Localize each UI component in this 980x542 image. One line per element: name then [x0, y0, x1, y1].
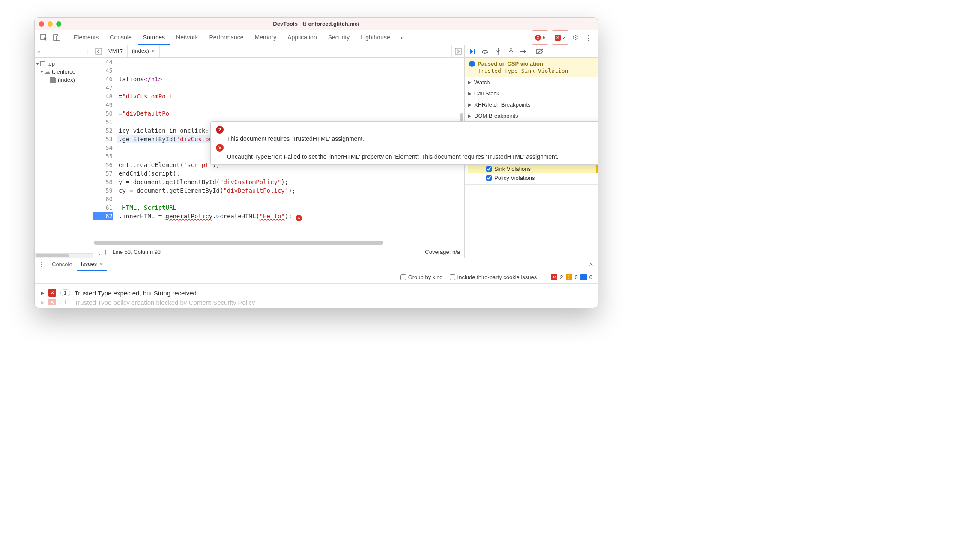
- coverage-status: Coverage: n/a: [425, 249, 460, 255]
- kebab-menu-icon[interactable]: ⋮: [582, 30, 594, 45]
- tab-security[interactable]: Security: [323, 30, 355, 45]
- chevron-right-icon: ▶: [41, 290, 44, 296]
- step-into-button[interactable]: [492, 45, 504, 57]
- more-tabs-icon[interactable]: »: [396, 30, 408, 45]
- disclosure-triangle-icon: [36, 63, 39, 65]
- file-tree: top tt-enforce (index): [35, 58, 93, 253]
- tab-lighthouse[interactable]: Lighthouse: [356, 30, 395, 45]
- error-count-badge: 2: [216, 126, 224, 134]
- issues-toolbar: Group by kind Include third-party cookie…: [35, 271, 598, 284]
- issue-row[interactable]: ▶ ✕ 1 Trusted Type policy creation block…: [35, 299, 598, 305]
- close-tab-icon[interactable]: ×: [99, 261, 103, 267]
- error-x-icon: ✕: [216, 144, 224, 152]
- tab-elements[interactable]: Elements: [69, 30, 104, 45]
- cursor-position: Line 53, Column 93: [112, 249, 161, 255]
- drawer-panel: ⋮ Console Issues× × Group by kind Includ…: [35, 258, 598, 308]
- drawer-tab-console[interactable]: Console: [48, 258, 77, 271]
- pause-reason: iPaused on CSP violation Trusted Type Si…: [465, 58, 598, 77]
- frame-icon: [40, 61, 45, 66]
- svg-point-7: [497, 53, 499, 55]
- group-by-kind-checkbox[interactable]: Group by kind: [400, 274, 443, 280]
- tab-application[interactable]: Application: [282, 30, 322, 45]
- file-tabs: VM17 (index)×: [93, 45, 464, 58]
- file-tab-vm17[interactable]: VM17: [104, 45, 128, 57]
- editor-statusbar: { } Line 53, Column 93 Coverage: n/a: [93, 246, 464, 258]
- step-over-button[interactable]: [479, 45, 491, 57]
- chevron-right-icon: ▶: [41, 300, 44, 305]
- panel-xhr-breakpoints[interactable]: ▶XHR/fetch Breakpoints: [465, 99, 598, 110]
- step-out-button[interactable]: [505, 45, 517, 57]
- svg-point-8: [510, 48, 512, 50]
- issue-count-badge: 1: [60, 289, 70, 296]
- inspect-icon[interactable]: [38, 30, 50, 45]
- issue-count-badge: 1: [60, 299, 70, 305]
- panel-watch[interactable]: ▶Watch: [465, 77, 598, 88]
- settings-icon[interactable]: ⚙: [569, 30, 581, 45]
- issue-row[interactable]: ▶ ✕ 1 Trusted Type expected, but String …: [35, 286, 598, 299]
- tree-file-index[interactable]: (index): [35, 76, 93, 84]
- issues-list: ▶ ✕ 1 Trusted Type expected, but String …: [35, 284, 598, 308]
- tree-top-frame[interactable]: top: [35, 60, 93, 68]
- svg-point-9: [520, 51, 522, 52]
- error-square-icon: ✕: [48, 289, 56, 297]
- tree-origin[interactable]: tt-enforce: [35, 68, 93, 76]
- tab-memory[interactable]: Memory: [250, 30, 282, 45]
- devtools-tabbar: Elements Console Sources Network Perform…: [35, 30, 598, 45]
- error-square-icon: ✕: [555, 35, 561, 41]
- checkbox-sink-violations[interactable]: [486, 166, 492, 172]
- disclosure-triangle-icon: [40, 71, 44, 73]
- window-titlebar: DevTools - tt-enforced.glitch.me/: [35, 18, 598, 30]
- nav-forward-icon[interactable]: [451, 45, 464, 57]
- navigator-hscrollbar[interactable]: [35, 253, 93, 258]
- device-toggle-icon[interactable]: [51, 30, 63, 45]
- pretty-print-icon[interactable]: { }: [97, 249, 107, 255]
- issue-counts: ✕2 !0 ⋯0: [551, 274, 592, 280]
- warning-square-icon: !: [566, 274, 572, 280]
- file-tab-index[interactable]: (index)×: [128, 45, 160, 57]
- navigator-panel: » ⋮ top tt-enforce (index): [35, 45, 93, 258]
- svg-rect-4: [455, 48, 461, 54]
- errors-badge[interactable]: ✕6: [532, 30, 549, 45]
- document-icon: [50, 77, 56, 83]
- line-gutter: 44454647484950515253545556575859606162: [93, 58, 117, 240]
- resume-button[interactable]: [466, 45, 478, 57]
- navigator-kebab-icon[interactable]: ⋮: [84, 48, 90, 54]
- error-marker-icon[interactable]: ✕: [296, 215, 302, 221]
- drawer-tabs: ⋮ Console Issues× ×: [35, 258, 598, 271]
- issues-badge[interactable]: ✕2: [552, 30, 568, 45]
- panel-callstack[interactable]: ▶Call Stack: [465, 88, 598, 99]
- editor-hscrollbar[interactable]: [93, 240, 464, 246]
- cloud-icon: [45, 68, 50, 75]
- drawer-kebab-icon[interactable]: ⋮: [35, 258, 48, 271]
- tab-network[interactable]: Network: [171, 30, 203, 45]
- error-square-icon: ✕: [48, 299, 56, 305]
- error-circle-icon: ✕: [535, 35, 541, 41]
- csp-policy-violations[interactable]: Policy Violations: [468, 173, 598, 182]
- navigator-toolbar: » ⋮: [35, 45, 93, 58]
- third-party-cookies-checkbox[interactable]: Include third-party cookie issues: [450, 274, 537, 280]
- tab-sources[interactable]: Sources: [138, 30, 170, 45]
- info-square-icon: ⋯: [580, 274, 587, 280]
- svg-rect-2: [57, 36, 60, 41]
- panel-dom-breakpoints[interactable]: ▶DOM Breakpoints: [465, 110, 598, 121]
- tab-console[interactable]: Console: [105, 30, 137, 45]
- checkbox-policy-violations[interactable]: [486, 175, 492, 181]
- error-square-icon: ✕: [551, 274, 557, 280]
- close-tab-icon[interactable]: ×: [152, 48, 155, 54]
- svg-rect-5: [474, 49, 475, 54]
- devtools-window: DevTools - tt-enforced.glitch.me/ Elemen…: [34, 17, 598, 308]
- csp-sink-violations[interactable]: Sink Violations: [468, 164, 598, 173]
- step-button[interactable]: [518, 45, 530, 57]
- window-title: DevTools - tt-enforced.glitch.me/: [35, 21, 598, 27]
- svg-line-10: [536, 49, 543, 54]
- error-tooltip: 2 This document requires 'TrustedHTML' a…: [210, 121, 598, 165]
- drawer-tab-issues[interactable]: Issues×: [77, 258, 107, 271]
- nav-back-icon[interactable]: [93, 45, 104, 57]
- tab-performance[interactable]: Performance: [204, 30, 248, 45]
- deactivate-breakpoints-button[interactable]: [534, 45, 546, 57]
- debugger-toolbar: [465, 45, 598, 58]
- drawer-close-icon[interactable]: ×: [585, 258, 598, 271]
- more-navigator-icon[interactable]: »: [37, 48, 40, 54]
- info-icon: i: [469, 61, 475, 67]
- svg-rect-3: [96, 48, 102, 54]
